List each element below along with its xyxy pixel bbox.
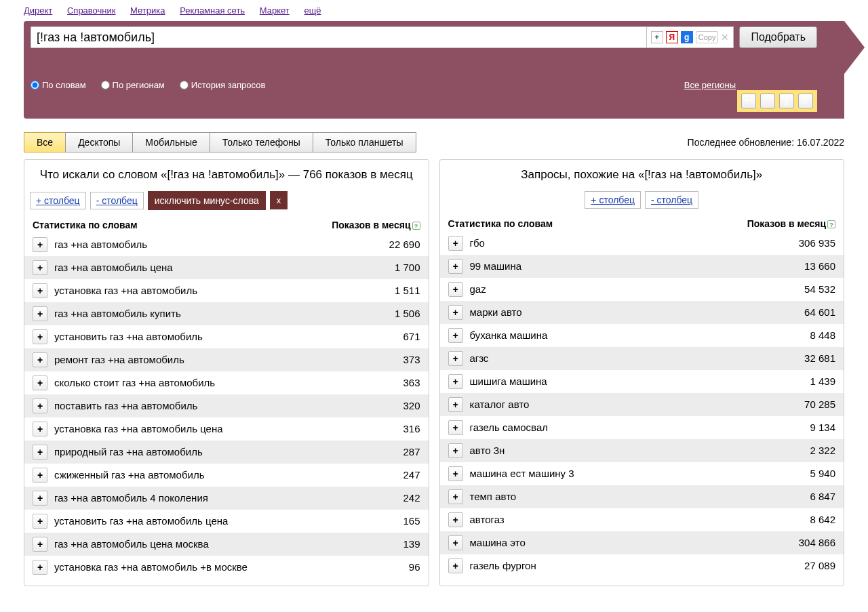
add-keyword-button[interactable]: + bbox=[33, 283, 47, 298]
clear-icon[interactable]: ✕ bbox=[721, 32, 729, 43]
keyword-text[interactable]: gaz bbox=[470, 283, 805, 295]
copy-button[interactable]: Copy bbox=[696, 31, 719, 43]
keyword-text[interactable]: сколько стоит газ +на автомобиль bbox=[54, 377, 403, 388]
google-icon[interactable]: g bbox=[681, 31, 693, 43]
add-keyword-button[interactable]: + bbox=[448, 282, 463, 297]
add-keyword-button[interactable]: + bbox=[33, 375, 47, 390]
keyword-text[interactable]: каталог авто bbox=[470, 399, 805, 410]
keyword-text[interactable]: газ +на автомобиль 4 поколения bbox=[54, 492, 403, 504]
add-keyword-button[interactable]: + bbox=[33, 537, 47, 552]
add-keyword-button[interactable]: + bbox=[33, 306, 47, 321]
keyword-text[interactable]: сжиженный газ +на автомобиль bbox=[54, 469, 403, 481]
submit-button[interactable]: Подобрать bbox=[739, 26, 817, 48]
tab-phones[interactable]: Только телефоны bbox=[210, 132, 313, 152]
keyword-text[interactable]: автогаз bbox=[470, 514, 810, 525]
remove-column-button[interactable]: - столбец bbox=[645, 191, 698, 209]
keyword-text[interactable]: темп авто bbox=[470, 491, 810, 502]
keyword-text[interactable]: установить газ +на автомобиль цена bbox=[54, 515, 403, 527]
exclude-negative-button[interactable]: исключить минус-слова bbox=[148, 191, 266, 210]
nav-link[interactable]: Справочник bbox=[67, 5, 116, 16]
keyword-text[interactable]: агзс bbox=[470, 352, 805, 364]
add-keyword-button[interactable]: + bbox=[448, 558, 463, 573]
keyword-text[interactable]: шишига машина bbox=[470, 375, 810, 387]
keyword-text[interactable]: буханка машина bbox=[470, 329, 810, 341]
tab-tablets[interactable]: Только планшеты bbox=[313, 132, 416, 152]
add-keyword-button[interactable]: + bbox=[33, 260, 47, 275]
add-keyword-button[interactable]: + bbox=[448, 351, 463, 366]
add-keyword-button[interactable]: + bbox=[33, 237, 47, 252]
yandex-icon[interactable]: Я bbox=[666, 31, 678, 43]
keyword-text[interactable]: установка газ +на автомобиль цена bbox=[54, 423, 403, 434]
keyword-text[interactable]: установить газ +на автомобиль bbox=[54, 331, 403, 342]
panel-similar: Запросы, похожие на «[!газ на !автомобил… bbox=[439, 159, 845, 586]
add-keyword-button[interactable]: + bbox=[448, 512, 463, 527]
radio-regions[interactable]: По регионам bbox=[101, 80, 165, 90]
search-input[interactable] bbox=[31, 26, 646, 48]
add-keyword-button[interactable]: + bbox=[33, 514, 47, 529]
plus-icon[interactable]: + bbox=[651, 31, 663, 43]
table-row: +газ +на автомобиль22 690 bbox=[24, 233, 429, 256]
radio-history[interactable]: История запросов bbox=[180, 80, 266, 90]
tool-plusplus-button[interactable]: ++ bbox=[741, 94, 756, 108]
add-keyword-button[interactable]: + bbox=[448, 489, 463, 504]
add-keyword-button[interactable]: + bbox=[33, 329, 47, 344]
col-header-stats: Статистика по словам bbox=[448, 218, 553, 229]
count-value: 1 506 bbox=[395, 308, 420, 319]
add-keyword-button[interactable]: + bbox=[448, 397, 463, 412]
add-keyword-button[interactable]: + bbox=[448, 328, 463, 343]
add-column-button[interactable]: + столбец bbox=[585, 191, 641, 209]
region-selector[interactable]: Все регионы bbox=[684, 80, 736, 90]
add-column-button[interactable]: + столбец bbox=[30, 192, 86, 209]
tab-all[interactable]: Все bbox=[24, 132, 66, 152]
nav-link[interactable]: Рекламная сеть bbox=[180, 5, 245, 16]
add-keyword-button[interactable]: + bbox=[448, 466, 463, 481]
keyword-text[interactable]: газ +на автомобиль цена bbox=[54, 262, 395, 273]
keyword-text[interactable]: газель фургон bbox=[470, 560, 805, 571]
nav-link[interactable]: Метрика bbox=[130, 5, 165, 16]
add-keyword-button[interactable]: + bbox=[448, 420, 463, 435]
add-keyword-button[interactable]: + bbox=[448, 236, 463, 251]
count-value: 363 bbox=[403, 377, 420, 388]
nav-link[interactable]: Маркет bbox=[260, 5, 290, 16]
add-keyword-button[interactable]: + bbox=[33, 422, 47, 436]
add-keyword-button[interactable]: + bbox=[33, 491, 47, 506]
tool-exclaim-button[interactable]: !! bbox=[798, 94, 813, 108]
nav-link[interactable]: Директ bbox=[24, 5, 52, 16]
add-keyword-button[interactable]: + bbox=[33, 399, 47, 413]
keyword-text[interactable]: газ +на автомобиль bbox=[54, 239, 389, 250]
keyword-text[interactable]: машина это bbox=[470, 537, 799, 548]
add-keyword-button[interactable]: + bbox=[33, 468, 47, 483]
help-icon[interactable]: ? bbox=[827, 220, 835, 228]
radio-words[interactable]: По словам bbox=[31, 80, 86, 90]
keyword-text[interactable]: газель самосвал bbox=[470, 422, 810, 433]
table-row: +газель фургон27 089 bbox=[440, 554, 844, 577]
exclude-close-button[interactable]: x bbox=[270, 191, 288, 209]
add-keyword-button[interactable]: + bbox=[33, 352, 47, 367]
help-icon[interactable]: ? bbox=[412, 222, 420, 230]
keyword-text[interactable]: газ +на автомобиль купить bbox=[54, 308, 395, 319]
keyword-text[interactable]: машина ест машину 3 bbox=[470, 468, 810, 479]
tab-desktops[interactable]: Десктопы bbox=[65, 132, 133, 152]
keyword-text[interactable]: ремонт газ +на автомобиль bbox=[54, 354, 403, 365]
add-keyword-button[interactable]: + bbox=[448, 374, 463, 389]
keyword-text[interactable]: гбо bbox=[470, 237, 799, 249]
add-keyword-button[interactable]: + bbox=[33, 560, 47, 575]
keyword-text[interactable]: марки авто bbox=[470, 306, 805, 318]
keyword-text[interactable]: природный газ +на автомобиль bbox=[54, 446, 403, 457]
tab-mobile[interactable]: Мобильные bbox=[132, 132, 210, 152]
keyword-text[interactable]: 99 машина bbox=[470, 260, 805, 272]
add-keyword-button[interactable]: + bbox=[448, 535, 463, 550]
keyword-text[interactable]: поставить газ +на автомобиль bbox=[54, 400, 403, 411]
keyword-text[interactable]: авто 3н bbox=[470, 445, 810, 456]
add-keyword-button[interactable]: + bbox=[448, 305, 463, 320]
tool-quotes-button[interactable]: ''' bbox=[760, 94, 775, 108]
tool-pipes-button[interactable]: || bbox=[779, 94, 794, 108]
remove-column-button[interactable]: - столбец bbox=[90, 192, 144, 209]
nav-link-more[interactable]: ещё bbox=[304, 5, 321, 16]
add-keyword-button[interactable]: + bbox=[448, 443, 463, 458]
add-keyword-button[interactable]: + bbox=[33, 445, 47, 460]
keyword-text[interactable]: установка газ +на автомобиль bbox=[54, 285, 395, 296]
add-keyword-button[interactable]: + bbox=[448, 259, 463, 274]
keyword-text[interactable]: установка газ +на автомобиль +в москве bbox=[54, 561, 409, 573]
keyword-text[interactable]: газ +на автомобиль цена москва bbox=[54, 538, 403, 550]
